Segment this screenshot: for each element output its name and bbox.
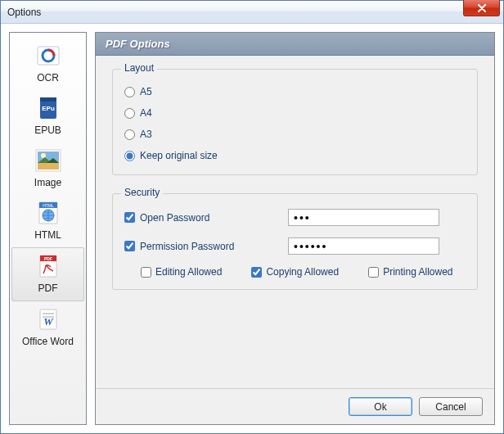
sidebar-item-epub[interactable]: EPu EPUB — [11, 90, 84, 142]
radio-a4-label: A4 — [140, 107, 152, 119]
image-icon — [35, 147, 61, 174]
word-icon: W — [35, 306, 61, 332]
radio-keep-original[interactable] — [124, 151, 135, 161]
editing-label: Editing Allowed — [155, 266, 222, 278]
checkbox-open-password[interactable] — [124, 212, 135, 223]
printing-label: Printing Allowed — [383, 266, 452, 278]
checkbox-copying-allowed[interactable] — [251, 267, 262, 278]
cancel-button[interactable]: Cancel — [419, 397, 483, 416]
sidebar-item-label: Image — [34, 177, 61, 188]
sidebar-item-office-word[interactable]: W Office Word — [11, 301, 84, 354]
security-group-title: Security — [121, 187, 163, 198]
radio-a5-label: A5 — [140, 86, 152, 97]
svg-rect-17 — [43, 313, 54, 314]
svg-text:EPu: EPu — [42, 105, 55, 112]
open-password-label: Open Password — [140, 212, 209, 224]
svg-text:W: W — [43, 315, 54, 328]
checkbox-permission-password[interactable] — [124, 241, 135, 251]
checkbox-editing-allowed[interactable] — [141, 267, 151, 278]
svg-rect-3 — [40, 97, 56, 102]
pdf-icon: PDF — [35, 253, 61, 279]
svg-text:PDF: PDF — [44, 256, 52, 261]
sidebar-item-image[interactable]: Image — [11, 142, 84, 195]
sidebar-item-label: EPUB — [34, 124, 61, 136]
html-icon: HTML — [35, 200, 61, 226]
checkbox-printing-allowed[interactable] — [368, 267, 379, 278]
close-button[interactable] — [463, 0, 500, 16]
svg-rect-8 — [38, 163, 59, 170]
radio-a3-label: A3 — [140, 129, 152, 140]
svg-text:HTML: HTML — [43, 203, 54, 208]
radio-a4[interactable] — [124, 108, 135, 119]
sidebar-item-label: Office Word — [22, 336, 74, 347]
sidebar-item-pdf[interactable]: PDF PDF — [11, 247, 84, 301]
sidebar-item-label: OCR — [37, 72, 59, 84]
footer: Ok Cancel — [96, 388, 494, 424]
body: OCR EPu EPUB — [1, 24, 503, 433]
copying-label: Copying Allowed — [266, 266, 339, 278]
sidebar-item-html[interactable]: HTML HTML — [11, 195, 84, 247]
permission-password-label: Permission Password — [140, 241, 234, 252]
layout-group-title: Layout — [121, 62, 157, 74]
security-group: Security Open Password Permission Passwo… — [112, 193, 478, 290]
layout-group: Layout A5 A4 A3 Keep or — [112, 69, 478, 175]
main-panel: PDF Options Layout A5 A4 A3 — [95, 32, 495, 425]
epub-icon: EPu — [35, 95, 61, 121]
radio-keep-label: Keep original size — [140, 150, 218, 161]
main-header: PDF Options — [96, 33, 494, 56]
close-icon — [477, 4, 487, 12]
ok-button[interactable]: Ok — [349, 397, 412, 416]
sidebar-item-label: PDF — [38, 283, 58, 294]
window-title: Options — [7, 7, 41, 18]
titlebar: Options — [1, 1, 503, 24]
main-content: Layout A5 A4 A3 Keep or — [96, 56, 494, 388]
open-password-input[interactable] — [288, 209, 439, 226]
radio-a5[interactable] — [124, 87, 135, 97]
main-title: PDF Options — [106, 38, 170, 50]
sidebar-item-ocr[interactable]: OCR — [11, 38, 84, 90]
sidebar-item-label: HTML — [34, 229, 61, 241]
sidebar: OCR EPu EPUB — [9, 32, 87, 425]
ocr-icon — [35, 43, 61, 69]
permission-password-input[interactable] — [288, 237, 439, 255]
radio-a3[interactable] — [124, 129, 135, 140]
options-window: Options OCR — [0, 0, 504, 434]
